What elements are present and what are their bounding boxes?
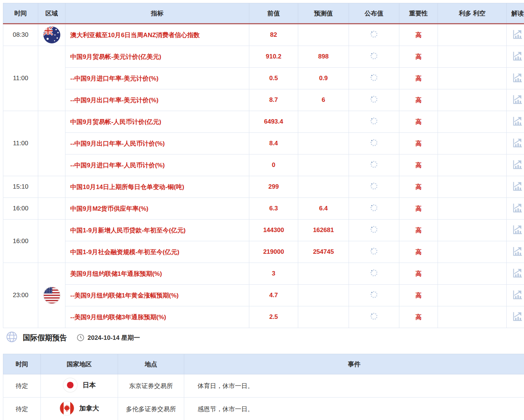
chart-icon[interactable] xyxy=(511,93,524,106)
chart-icon[interactable] xyxy=(511,202,524,214)
read-cell xyxy=(507,306,524,328)
calendar-column-header: 区域 xyxy=(38,3,65,24)
read-cell xyxy=(507,198,524,220)
chart-icon[interactable] xyxy=(511,136,524,149)
importance-cell: 高 xyxy=(399,306,438,328)
calendar-row: 16:00中国1-9月新增人民币贷款-年初至今(亿元)144300162681高 xyxy=(3,220,524,241)
bullish-bearish-cell xyxy=(438,111,507,133)
region-cell xyxy=(38,111,65,176)
holiday-row: 待定 日本东京证券交易所体育日，休市一日。 xyxy=(3,374,524,398)
calendar-header-row: 时间区域指标前值预测值公布值重要性利多 利空解读 xyxy=(3,3,524,24)
chart-icon[interactable] xyxy=(511,71,524,84)
holiday-country-name: 日本 xyxy=(83,381,96,389)
read-cell xyxy=(507,111,524,133)
holiday-location-cell: 东京证券交易所 xyxy=(118,374,184,398)
region-cell xyxy=(38,176,65,198)
chart-icon[interactable] xyxy=(511,158,524,171)
calendar-row: --美国9月纽约联储3年通胀预期(%)2.5高 xyxy=(3,306,524,328)
bullish-bearish-cell xyxy=(438,46,507,68)
bullish-bearish-cell xyxy=(438,306,507,328)
calendar-column-header: 时间 xyxy=(3,3,38,24)
forecast-value-cell xyxy=(298,285,349,306)
calendar-column-header: 重要性 xyxy=(399,3,438,24)
calendar-row: --美国9月纽约联储1年黄金涨幅预期(%)4.7高 xyxy=(3,285,524,306)
chart-icon[interactable] xyxy=(511,50,524,62)
loading-spinner-icon xyxy=(370,73,378,82)
loading-spinner-icon xyxy=(370,95,378,104)
importance-cell: 高 xyxy=(399,176,438,198)
calendar-row: --中国9月进口年率-人民币计价(%)0高 xyxy=(3,154,524,176)
chart-icon[interactable] xyxy=(511,267,524,279)
holiday-country-cell: 日本 xyxy=(41,374,118,398)
previous-value-cell: 4.7 xyxy=(249,285,298,306)
published-value-cell xyxy=(349,46,399,68)
published-value-cell xyxy=(349,24,399,46)
calendar-column-header: 利多 利空 xyxy=(438,3,507,24)
indicator-cell: 中国1-9月新增人民币贷款-年初至今(亿元) xyxy=(65,220,249,241)
loading-spinner-icon xyxy=(370,290,378,299)
clock-icon xyxy=(76,334,85,342)
calendar-row: --中国9月进口年率-美元计价(%)0.50.9高 xyxy=(3,68,524,89)
bullish-bearish-cell xyxy=(438,133,507,154)
loading-spinner-icon xyxy=(370,138,378,147)
forecast-value-cell xyxy=(298,24,349,46)
indicator-cell: 中国9月贸易帐-美元计价(亿美元) xyxy=(65,46,249,68)
published-value-cell xyxy=(349,220,399,241)
globe-icon xyxy=(6,331,18,344)
chart-icon[interactable] xyxy=(511,245,524,257)
forecast-value-cell xyxy=(298,306,349,328)
holiday-event-cell: 体育日，休市一日。 xyxy=(184,374,524,398)
calendar-row: 15:10中国10月14日上期所每日仓单变动-铜(吨)299高 xyxy=(3,176,524,198)
loading-spinner-icon xyxy=(370,51,378,60)
chart-icon[interactable] xyxy=(511,180,524,192)
indicator-cell: 中国9月贸易帐-人民币计价(亿元) xyxy=(65,111,249,133)
chart-icon[interactable] xyxy=(511,115,524,127)
forecast-value-cell xyxy=(298,154,349,176)
published-value-cell xyxy=(349,198,399,220)
importance-cell: 高 xyxy=(399,263,438,285)
published-value-cell xyxy=(349,241,399,263)
calendar-row: 11:00中国9月贸易帐-美元计价(亿美元)910.2898高 xyxy=(3,46,524,68)
indicator-cell: --美国9月纽约联储1年黄金涨幅预期(%) xyxy=(65,285,249,306)
published-value-cell xyxy=(349,306,399,328)
published-value-cell xyxy=(349,133,399,154)
holiday-table: 时间国家地区地点事件 待定 日本东京证券交易所体育日，休市一日。待定 加拿大多伦… xyxy=(3,354,524,420)
holiday-section-title: 国际假期预告 xyxy=(23,333,67,343)
calendar-column-header: 预测值 xyxy=(298,3,349,24)
forecast-value-cell xyxy=(298,111,349,133)
importance-cell: 高 xyxy=(399,89,438,111)
region-cell xyxy=(38,46,65,111)
holiday-row: 待定 加拿大多伦多证券交易所感恩节，休市一日。 xyxy=(3,398,524,420)
chart-icon[interactable] xyxy=(511,28,524,40)
chart-icon[interactable] xyxy=(511,310,524,323)
holiday-country-name: 加拿大 xyxy=(79,404,99,413)
calendar-column-header: 公布值 xyxy=(349,3,399,24)
indicator-cell: --中国9月进口年率-美元计价(%) xyxy=(65,68,249,89)
importance-cell: 高 xyxy=(399,154,438,176)
read-cell xyxy=(507,154,524,176)
region-cell xyxy=(38,263,65,328)
forecast-value-cell xyxy=(298,176,349,198)
read-cell xyxy=(507,176,524,198)
importance-cell: 高 xyxy=(399,198,438,220)
previous-value-cell: 219000 xyxy=(249,241,298,263)
economic-calendar-page: 时间区域指标前值预测值公布值重要性利多 利空解读 08:30 澳大利亚截至10月… xyxy=(0,0,524,420)
read-cell xyxy=(507,46,524,68)
chart-icon[interactable] xyxy=(511,223,524,236)
read-cell xyxy=(507,263,524,285)
indicator-cell: 中国10月14日上期所每日仓单变动-铜(吨) xyxy=(65,176,249,198)
importance-cell: 高 xyxy=(399,133,438,154)
loading-spinner-icon xyxy=(370,225,378,234)
previous-value-cell: 910.2 xyxy=(249,46,298,68)
importance-cell: 高 xyxy=(399,285,438,306)
forecast-value-cell: 6 xyxy=(298,89,349,111)
read-cell xyxy=(507,285,524,306)
indicator-cell: --中国9月出口年率-人民币计价(%) xyxy=(65,133,249,154)
calendar-column-header: 指标 xyxy=(65,3,249,24)
calendar-row: 08:30 澳大利亚截至10月6日当周ANZ消费者信心指数82高 xyxy=(3,24,524,46)
indicator-cell: --中国9月进口年率-人民币计价(%) xyxy=(65,154,249,176)
chart-icon[interactable] xyxy=(511,288,524,301)
holiday-header-row: 时间国家地区地点事件 xyxy=(3,354,524,374)
forecast-value-cell: 6.4 xyxy=(298,198,349,220)
holiday-country-cell: 加拿大 xyxy=(41,398,118,420)
